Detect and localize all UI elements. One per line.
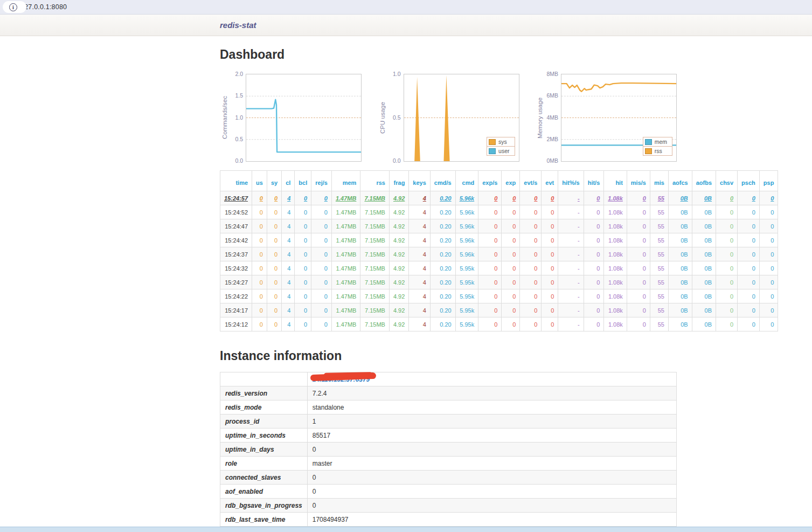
stats-row: 15:24:52004001.47MB7.15MB4.9240.205.96k0…	[220, 205, 778, 219]
stat-cell-rss: 7.15MB	[360, 317, 390, 331]
stat-link-aofcs[interactable]: 0B	[681, 195, 688, 202]
instance-key: uptime_in_seconds	[220, 429, 308, 443]
y-tick-label: 0.5	[227, 136, 243, 143]
browser-address-bar[interactable]: i 127.0.0.1:8080	[0, 0, 812, 15]
stat-cell-chsv: 0	[716, 247, 738, 261]
instance-key: rdb_bgsave_in_progress	[220, 499, 308, 513]
stat-cell-time: 15:24:47	[220, 219, 252, 233]
stat-cell-mem: 1.47MB	[331, 205, 360, 219]
stat-cell-chsv: 0	[716, 261, 738, 275]
stat-cell-frag: 4.92	[389, 261, 408, 275]
stat-cell-evt: 0	[542, 205, 558, 219]
stat-link-hit[interactable]: 1.08k	[608, 195, 623, 202]
stats-row: 15:24:27004001.47MB7.15MB4.9240.205.95k0…	[220, 275, 778, 289]
stat-link-frag[interactable]: 4.92	[393, 195, 405, 202]
stat-cell-mis-s: 0	[627, 317, 650, 331]
legend-swatch	[489, 148, 496, 154]
stat-cell-rss: 7.15MB	[360, 247, 390, 261]
stat-link-cmd-s[interactable]: 0.20	[440, 195, 451, 202]
instance-value: standalone	[307, 400, 676, 414]
stat-cell-aofcs: 0B	[668, 205, 692, 219]
stats-col-psp: psp	[759, 171, 778, 191]
stat-cell-mis: 55	[650, 275, 668, 289]
stat-link-mis-s[interactable]: 0	[643, 195, 646, 202]
stat-cell-sy: 0	[267, 219, 281, 233]
stat-cell-psch: 0	[738, 275, 760, 289]
stat-link-mis[interactable]: 55	[658, 195, 664, 202]
stat-cell-rej-s: 0	[311, 289, 332, 303]
stats-row: 15:24:57004001.47MB7.15MB4.9240.205.96k0…	[220, 191, 778, 205]
stat-cell-frag: 4.92	[389, 219, 408, 233]
brand-redis-stat[interactable]: redis-stat	[220, 20, 256, 30]
stat-cell-rss: 7.15MB	[360, 261, 390, 275]
stat-cell-sy: 0	[267, 303, 281, 317]
chart-memory-usage: Memory usage 8MB6MB4MB2MB0MB memrss	[535, 74, 677, 162]
stat-cell-hit-s: 0	[584, 275, 604, 289]
stats-row: 15:24:12004001.47MB7.15MB4.9240.205.95k0…	[220, 317, 778, 331]
stat-cell-aofcs: 0B	[668, 219, 692, 233]
stat-link-keys[interactable]: 4	[423, 195, 426, 202]
instance-value: 1708494937	[307, 513, 676, 527]
stat-cell-mis-s: 0	[627, 247, 650, 261]
stat-cell-psch: 0	[738, 219, 760, 233]
stat-cell-rej-s: 0	[311, 219, 332, 233]
stat-link-sy[interactable]: 0	[274, 195, 277, 202]
stat-link-rss[interactable]: 7.15MB	[364, 195, 385, 202]
stat-cell-cmd: 5.96k	[455, 247, 478, 261]
stat-cell-psch: 0	[738, 233, 760, 247]
stat-link-bcl[interactable]: 0	[304, 195, 307, 202]
stat-link-hit-s[interactable]: 0	[596, 195, 600, 202]
stat-cell-hit-s: 0	[584, 317, 604, 331]
stat-link-chsv[interactable]: 0	[730, 195, 733, 202]
instance-table: 14.116.152.37:6379redis_version7.2.4redi…	[220, 372, 677, 527]
y-tick-label: 1.0	[227, 114, 243, 121]
chart-legend: memrss	[643, 137, 672, 156]
stat-cell-cmd: 5.95k	[455, 289, 478, 303]
stat-cell-mem: 1.47MB	[331, 289, 360, 303]
stat-cell-psch: 0	[738, 247, 760, 261]
stat-link-evt[interactable]: 0	[551, 195, 554, 202]
y-tick-label: 0.0	[227, 157, 243, 164]
stat-link-exp[interactable]: 0	[512, 195, 516, 202]
stats-col-psch: psch	[738, 171, 760, 191]
stat-link-aofbs[interactable]: 0B	[704, 195, 712, 202]
stat-cell-exp-s: 0	[478, 247, 502, 261]
stat-cell-chsv: 0	[716, 205, 738, 219]
stat-link-rej-s[interactable]: 0	[324, 195, 328, 202]
stat-link-hit-s[interactable]: -	[578, 195, 580, 202]
stat-cell-us: 0	[252, 317, 267, 331]
stat-cell-aofcs: 0B	[668, 233, 692, 247]
stat-cell-chsv: 0	[716, 233, 738, 247]
info-icon[interactable]: i	[9, 3, 17, 11]
stat-link-cl[interactable]: 4	[287, 195, 290, 202]
instance-value: 85517	[307, 429, 676, 443]
stat-cell-time: 15:24:37	[220, 247, 252, 261]
stat-link-cmd[interactable]: 5.96k	[460, 195, 475, 202]
main-content: Dashboard Commands/sec 2.01.51.00.50.0 C…	[220, 47, 677, 527]
y-tick-label: 1.5	[227, 92, 243, 99]
legend-item: rss	[643, 146, 672, 156]
stats-row: 15:24:22004001.47MB7.15MB4.9240.205.95k0…	[220, 289, 778, 303]
stat-link-evt-s[interactable]: 0	[534, 195, 537, 202]
stat-link-psch[interactable]: 0	[752, 195, 755, 202]
stat-cell-cmd: 5.95k	[455, 303, 478, 317]
stat-link-psp[interactable]: 0	[771, 195, 774, 202]
y-tick-label: 4MB	[542, 114, 558, 121]
stat-cell-cl: 4	[282, 317, 295, 331]
stat-link-mem[interactable]: 1.47MB	[336, 195, 357, 202]
stat-cell-keys: 4	[409, 219, 430, 233]
url-text[interactable]: 127.0.0.1:8080	[20, 3, 67, 11]
y-tick-label: 2MB	[542, 136, 558, 143]
stat-cell-cl: 4	[282, 289, 295, 303]
stat-link-exp-s[interactable]: 0	[494, 195, 497, 202]
stat-cell-frag: 4.92	[389, 233, 408, 247]
instance-host-row: 14.116.152.37:6379	[220, 372, 677, 386]
stat-cell-psp: 0	[759, 275, 778, 289]
stat-cell-us: 0	[252, 219, 267, 233]
stat-cell-cmd-s: 0.20	[430, 261, 455, 275]
stat-link-time[interactable]: 15:24:57	[224, 195, 248, 202]
stat-cell-evt: 0	[542, 289, 558, 303]
stat-link-us[interactable]: 0	[260, 195, 263, 202]
stat-cell-mem: 1.47MB	[331, 219, 360, 233]
stat-cell-exp-s: 0	[478, 289, 502, 303]
